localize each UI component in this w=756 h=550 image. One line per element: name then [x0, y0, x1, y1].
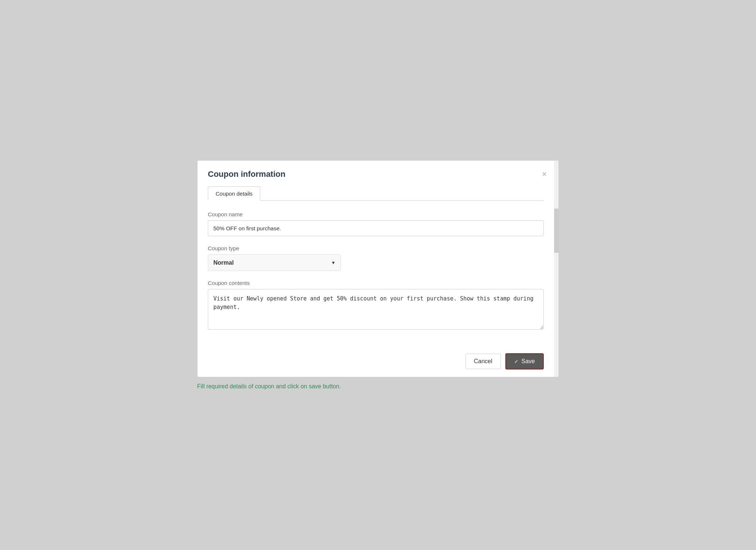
save-button[interactable]: ✓ Save: [505, 353, 544, 369]
close-button[interactable]: ×: [540, 170, 548, 178]
cancel-button[interactable]: Cancel: [465, 354, 501, 369]
coupon-name-input[interactable]: [208, 220, 544, 236]
coupon-type-label: Coupon type: [208, 245, 544, 251]
hint-text: Fill required details of coupon and clic…: [197, 383, 559, 390]
tab-coupon-details[interactable]: Coupon details: [208, 186, 260, 201]
modal-header: Coupon information ×: [197, 161, 559, 186]
tabs-bar: Coupon details: [208, 186, 544, 201]
save-button-label: Save: [522, 358, 535, 365]
modal-dialog: Coupon information × Coupon details Coup…: [197, 160, 559, 377]
coupon-contents-label: Coupon contents: [208, 280, 544, 286]
modal-title: Coupon information: [208, 169, 285, 179]
coupon-contents-group: Coupon contents: [208, 280, 544, 331]
coupon-type-group: Coupon type Normal Special ▼: [208, 245, 544, 271]
coupon-name-label: Coupon name: [208, 211, 544, 217]
coupon-name-group: Coupon name: [208, 211, 544, 236]
page-wrapper: Coupon information × Coupon details Coup…: [197, 160, 559, 390]
coupon-type-select[interactable]: Normal Special: [208, 254, 341, 271]
scrollbar[interactable]: [554, 161, 559, 377]
scrollbar-thumb[interactable]: [554, 209, 559, 253]
coupon-type-select-wrapper: Normal Special ▼: [208, 254, 341, 271]
modal-body: Coupon details Coupon name Coupon type N…: [197, 186, 554, 347]
coupon-contents-textarea[interactable]: [208, 289, 544, 330]
modal-footer: Cancel ✓ Save: [197, 347, 554, 377]
checkmark-icon: ✓: [514, 358, 519, 364]
